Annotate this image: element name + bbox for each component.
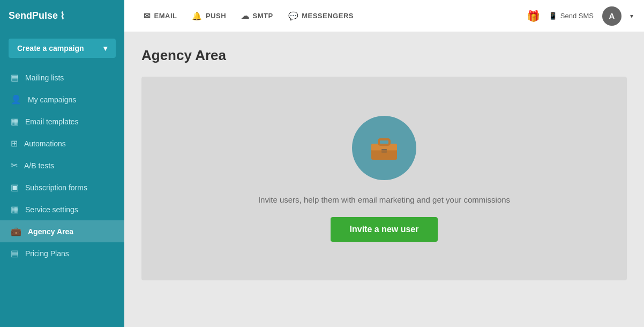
mailing-lists-icon: ▤: [11, 72, 19, 83]
nav-right: 🎁 📱 Send SMS A ▾: [527, 6, 633, 26]
sidebar-label-mailing-lists: Mailing lists: [25, 73, 64, 82]
svg-rect-2: [379, 139, 390, 145]
nav-label-email: EMAIL: [154, 12, 177, 20]
sidebar-item-email-templates[interactable]: ▦ Email templates: [0, 110, 124, 132]
sidebar-label-agency-area: Agency Area: [28, 227, 73, 236]
pricing-plans-icon: ▤: [11, 248, 19, 258]
service-settings-icon: ▦: [11, 204, 19, 214]
nav-label-push: PUSH: [206, 12, 226, 20]
send-sms-label: Send SMS: [560, 12, 594, 20]
invite-new-user-button[interactable]: Invite a new user: [331, 217, 438, 242]
agency-card: Invite users, help them with email marke…: [141, 77, 627, 280]
logo: SendPulse ⌇: [0, 0, 124, 32]
avatar-caret-icon[interactable]: ▾: [630, 12, 633, 20]
email-templates-icon: ▦: [11, 116, 19, 127]
sidebar-item-service-settings[interactable]: ▦ Service settings: [0, 198, 124, 220]
nav-item-email[interactable]: ✉ EMAIL: [144, 11, 177, 21]
my-campaigns-icon: 👤: [11, 94, 21, 105]
push-icon: 🔔: [192, 11, 203, 21]
nav-label-smtp: SMTP: [253, 12, 273, 20]
mobile-icon: 📱: [549, 12, 557, 20]
sidebar-label-ab-tests: A/B tests: [24, 161, 54, 170]
automations-icon: ⊞: [11, 138, 18, 148]
main-content: Agency Area Invite users, help them with: [124, 32, 644, 327]
sidebar-item-agency-area[interactable]: 💼 Agency Area: [0, 220, 124, 242]
create-campaign-label: Create a campaign: [17, 44, 84, 53]
logo-wave: ⌇: [60, 10, 65, 22]
ab-tests-icon: ✂: [11, 160, 18, 170]
subscription-forms-icon: ▣: [11, 182, 19, 192]
sidebar-label-subscription-forms: Subscription forms: [25, 183, 87, 192]
logo-text: SendPulse: [9, 10, 58, 21]
create-campaign-caret: ▾: [103, 44, 107, 53]
sidebar-label-pricing-plans: Pricing Plans: [25, 249, 69, 258]
sidebar: Create a campaign ▾ ▤ Mailing lists👤 My …: [0, 32, 124, 327]
sidebar-item-automations[interactable]: ⊞ Automations: [0, 132, 124, 154]
email-icon: ✉: [144, 11, 151, 21]
page-title: Agency Area: [141, 47, 627, 64]
nav-item-smtp[interactable]: ☁ SMTP: [241, 11, 273, 21]
sidebar-item-pricing-plans[interactable]: ▤ Pricing Plans: [0, 242, 124, 264]
smtp-icon: ☁: [241, 11, 250, 21]
sidebar-label-email-templates: Email templates: [25, 117, 79, 126]
sidebar-item-subscription-forms[interactable]: ▣ Subscription forms: [0, 176, 124, 198]
nav-item-push[interactable]: 🔔 PUSH: [192, 11, 226, 21]
sidebar-item-ab-tests[interactable]: ✂ A/B tests: [0, 154, 124, 176]
sidebar-label-service-settings: Service settings: [25, 205, 78, 214]
svg-rect-4: [371, 150, 397, 153]
nav-item-messengers[interactable]: 💬 MESSENGERS: [288, 11, 354, 21]
avatar[interactable]: A: [602, 6, 621, 26]
briefcase-circle: [352, 116, 416, 180]
sidebar-label-automations: Automations: [24, 139, 66, 148]
nav-label-messengers: MESSENGERS: [302, 12, 354, 20]
briefcase-icon: [367, 131, 401, 165]
sidebar-label-my-campaigns: My campaigns: [28, 95, 76, 104]
gift-icon[interactable]: 🎁: [527, 10, 540, 23]
agency-description: Invite users, help them with email marke…: [258, 195, 510, 204]
top-nav-items: ✉ EMAIL🔔 PUSH☁ SMTP💬 MESSENGERS: [135, 11, 527, 21]
send-sms-button[interactable]: 📱 Send SMS: [549, 12, 594, 20]
sidebar-items: ▤ Mailing lists👤 My campaigns▦ Email tem…: [0, 66, 124, 264]
messengers-icon: 💬: [288, 11, 299, 21]
create-campaign-button[interactable]: Create a campaign ▾: [9, 39, 116, 58]
sidebar-item-my-campaigns[interactable]: 👤 My campaigns: [0, 88, 124, 110]
agency-area-icon: 💼: [11, 226, 21, 236]
sidebar-item-mailing-lists[interactable]: ▤ Mailing lists: [0, 66, 124, 88]
